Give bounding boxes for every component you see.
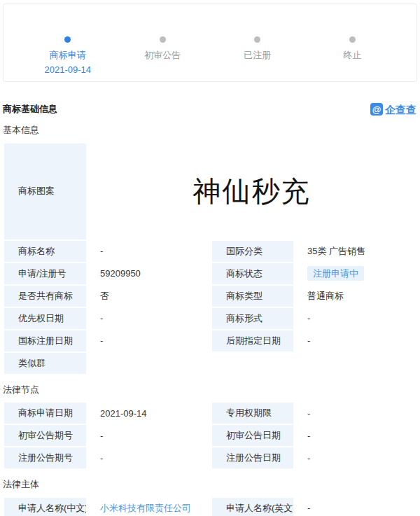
field-label: 申请人名称(英文) <box>211 497 294 516</box>
table-row: 优先权日期-商标形式- <box>4 307 416 330</box>
step-dot-icon <box>64 36 71 43</box>
field-label: 是否共有商标 <box>4 285 87 307</box>
field-value: - <box>87 330 211 352</box>
table-row: 初审公告期号-初审公告日期- <box>4 424 416 447</box>
legal-entity-title: 法律主体 <box>3 479 417 490</box>
field-label: 注册公告期号 <box>4 447 87 469</box>
table-row: 注册公告期号-注册公告日期- <box>4 447 416 469</box>
step-label: 终止 <box>305 50 400 60</box>
basic-info-table: 商标图案神仙秒充商标名称-国际分类35类 广告销售申请/注册号59209950商… <box>3 142 417 375</box>
company-link[interactable]: 小米科技有限责任公司 <box>100 503 191 513</box>
section-legal-nodes: 法律节点 商标申请日期2021-09-14专用权期限-初审公告期号-初审公告日期… <box>0 384 420 470</box>
trademark-image: 神仙秒充 <box>87 143 416 240</box>
field-label: 专用权期限 <box>211 402 294 424</box>
field-value: - <box>294 330 416 352</box>
field-label: 商标图案 <box>4 143 87 240</box>
field-value: - <box>87 240 211 263</box>
field-label: 后期指定日期 <box>211 330 294 352</box>
field-label: 初审公告期号 <box>4 424 87 447</box>
table-row: 类似群 <box>4 352 416 375</box>
stepper-step: 已注册 <box>210 33 305 74</box>
field-value: 35类 广告销售 <box>294 240 416 263</box>
field-value: 否 <box>87 285 211 307</box>
field-value: - <box>294 497 416 516</box>
field-value: - <box>294 424 416 447</box>
table-row: 国标注册日期-后期指定日期- <box>4 330 416 352</box>
basic-info-title: 基本信息 <box>3 125 417 136</box>
step-date: 2021-09-14 <box>20 65 115 74</box>
step-dot-icon <box>160 36 166 43</box>
field-label: 商标名称 <box>4 240 87 263</box>
stepper-step: 商标申请2021-09-14 <box>20 33 115 74</box>
table-row: 商标名称-国际分类35类 广告销售 <box>4 240 416 263</box>
qichacha-brand: @ 企查查 <box>370 103 416 116</box>
section-header-row: 商标基础信息 @ 企查查 <box>3 103 416 116</box>
field-value: - <box>294 402 416 424</box>
field-value: 普通商标 <box>294 285 416 307</box>
trademark-status-stepper: 商标申请2021-09-14初审公告已注册终止 <box>4 33 416 74</box>
step-label: 初审公告 <box>115 50 211 60</box>
legal-nodes-table: 商标申请日期2021-09-14专用权期限-初审公告期号-初审公告日期-注册公告… <box>3 401 417 470</box>
field-value: - <box>87 447 211 469</box>
field-value <box>87 352 416 375</box>
field-label: 申请/注册号 <box>4 263 87 285</box>
page-title: 商标基础信息 <box>3 104 57 115</box>
legal-entity-table: 申请人名称(中文)小米科技有限责任公司申请人名称(英文)- <box>3 496 417 516</box>
field-label: 类似群 <box>4 352 87 375</box>
table-row: 商标申请日期2021-09-14专用权期限- <box>4 402 416 424</box>
field-label: 国际分类 <box>211 240 294 263</box>
table-row: 申请人名称(中文)小米科技有限责任公司申请人名称(英文)- <box>4 497 416 516</box>
table-row: 是否共有商标否商标类型普通商标 <box>4 285 416 307</box>
field-label: 初审公告日期 <box>211 424 294 447</box>
field-value: - <box>294 307 416 330</box>
field-label: 商标状态 <box>211 263 294 285</box>
table-row: 商标图案神仙秒充 <box>4 143 416 240</box>
trademark-progress-card: 商标申请2021-09-14初审公告已注册终止 <box>3 4 417 82</box>
field-value: 2021-09-14 <box>87 402 211 424</box>
field-label: 申请人名称(中文) <box>4 497 87 516</box>
status-badge[interactable]: 注册申请中 <box>307 266 364 281</box>
section-basic-info: 基本信息 商标图案神仙秒充商标名称-国际分类35类 广告销售申请/注册号5920… <box>0 125 420 375</box>
field-label: 优先权日期 <box>4 307 87 330</box>
qichacha-brand-label: 企查查 <box>385 104 416 115</box>
field-label: 国标注册日期 <box>4 330 87 352</box>
field-value: 59209950 <box>87 263 211 285</box>
section-legal-entity: 法律主体 申请人名称(中文)小米科技有限责任公司申请人名称(英文)- <box>0 479 420 516</box>
stepper-step: 初审公告 <box>115 33 211 74</box>
step-label: 商标申请 <box>20 50 115 60</box>
field-value: - <box>87 307 211 330</box>
table-row: 申请/注册号59209950商标状态注册申请中 <box>4 263 416 285</box>
field-label: 商标形式 <box>211 307 294 330</box>
field-value: - <box>294 447 416 469</box>
legal-nodes-title: 法律节点 <box>3 384 417 396</box>
field-label: 注册公告日期 <box>211 447 294 469</box>
stepper-step: 终止 <box>305 33 400 74</box>
field-value: - <box>87 424 211 447</box>
step-dot-icon <box>254 36 260 43</box>
field-value: 注册申请中 <box>294 263 416 285</box>
step-label: 已注册 <box>210 50 305 60</box>
field-label: 商标申请日期 <box>4 402 87 424</box>
step-dot-icon <box>349 36 356 43</box>
field-label: 商标类型 <box>211 285 294 307</box>
qichacha-logo-icon: @ <box>370 103 383 116</box>
field-value: 小米科技有限责任公司 <box>87 497 211 516</box>
